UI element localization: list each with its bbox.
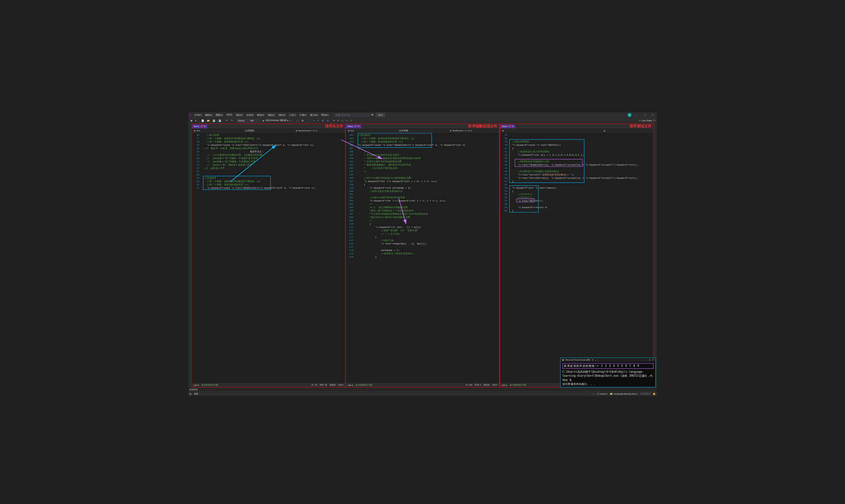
nav-global[interactable]: (全局范围): [397, 129, 448, 132]
nav-func[interactable]: ◧: [602, 129, 653, 132]
save-icon[interactable]: 💾: [212, 119, 216, 122]
open-file-icon[interactable]: 📂: [206, 119, 211, 122]
tb-icon-7[interactable]: ⊟: [326, 119, 330, 122]
undo-icon[interactable]: ↶: [225, 119, 229, 122]
console-icon: ▣: [562, 359, 564, 361]
code-content[interactable]: //希尔排序： //第一个参数：接收要排序的数组首元素地址 (a) //第二个参…: [201, 133, 345, 383]
search-input[interactable]: [334, 113, 370, 117]
error-list-tab[interactable]: 错误列表: [188, 387, 657, 391]
console-min-icon[interactable]: —: [646, 359, 648, 361]
tb-icon-5[interactable]: ≡: [317, 119, 320, 122]
tb-icon-4[interactable]: ≡: [313, 119, 316, 122]
code-editor[interactable]: 1617181920212223242526272829303132 //希尔排…: [192, 133, 345, 383]
code-content[interactable]: //冒泡排序： //第一个参数：接收要排序的数组首元素地址 (a) //第二个参…: [355, 133, 499, 383]
menu-edit[interactable]: 编辑(E): [204, 113, 214, 118]
zoom-level[interactable]: 128 %: [348, 384, 353, 386]
nav-global[interactable]: [551, 130, 602, 131]
close-tab-icon[interactable]: ✕: [204, 125, 206, 127]
tb-icon-2[interactable]: ⊞: [301, 119, 304, 122]
tb-icon-11[interactable]: □: [345, 119, 349, 122]
close-tab-icon[interactable]: ✕: [512, 125, 514, 127]
issues-indicator[interactable]: ◉ 未找到相关问题: [356, 384, 372, 386]
console-body-text: C:\Users\高高的胖子\Desktop\学习资料\码云\c-languag…: [562, 370, 654, 386]
file-tab[interactable]: Sort.h📌✕: [192, 124, 208, 128]
redo-icon[interactable]: ↷: [230, 119, 233, 122]
pin-icon[interactable]: 📌: [354, 125, 357, 127]
menu-test[interactable]: 测试(S): [266, 113, 276, 118]
code-editor[interactable]: 1831841851861871881891901911921931941951…: [346, 133, 499, 383]
new-file-icon[interactable]: 📄: [200, 119, 205, 122]
console-add-icon[interactable]: +: [595, 359, 596, 361]
file-tab[interactable]: Sort.c📌✕: [346, 124, 361, 128]
live-share-button[interactable]: Live Share: [642, 120, 652, 122]
pin-icon[interactable]: 📌: [508, 125, 511, 127]
tab-label: Sort.c: [348, 125, 353, 128]
notifications-icon[interactable]: 🔔: [653, 393, 655, 395]
admin-icon: 🛡: [653, 120, 655, 122]
tb-icon-1[interactable]: ⬚: [296, 119, 300, 122]
issues-indicator[interactable]: ◉ 未找到相关问题: [510, 384, 527, 386]
debugger-chevron-icon[interactable]: ▾: [287, 120, 288, 122]
menu-tools[interactable]: 工具(T): [287, 113, 298, 118]
console-output: 使用冒泡排序后的数组:> 1 2 3 4 5 5 6 7 8 9: [562, 363, 654, 369]
status-output-icon[interactable]: ▥: [190, 393, 191, 395]
play-icon[interactable]: ▶: [263, 120, 264, 122]
play-no-debug-icon[interactable]: ▷: [289, 119, 293, 122]
tb-icon-12[interactable]: □: [350, 119, 353, 122]
zoom-level[interactable]: 128 %: [193, 384, 199, 386]
sort-button[interactable]: Sort: [376, 113, 385, 117]
console-max-icon[interactable]: ▢: [649, 359, 651, 361]
nav-func[interactable]: ◧BubbleSort(int * a, int: [294, 129, 345, 132]
menu-git[interactable]: Git(G): [225, 113, 234, 118]
file-tab[interactable]: Test.c📌✕: [500, 124, 515, 128]
menu-window[interactable]: 窗口(W): [309, 113, 319, 118]
menu-extensions[interactable]: 扩展(X): [298, 113, 308, 118]
nav-scope[interactable]: ▣Sort: [346, 129, 397, 132]
tb-icon-8[interactable]: ≡: [332, 119, 335, 122]
nav-scope[interactable]: ▣Sort: [192, 129, 243, 132]
menu-help[interactable]: 帮助(H): [320, 113, 330, 118]
nav-global[interactable]: (全局范围): [243, 129, 294, 132]
close-tab-icon[interactable]: ✕: [358, 125, 359, 127]
platform-dropdown[interactable]: x86: [249, 119, 260, 122]
nav-back-icon[interactable]: ◉: [190, 119, 193, 122]
menu-file[interactable]: 文件(F): [193, 113, 203, 118]
tb-icon-3[interactable]: ⬚: [307, 119, 312, 122]
nav-fwd-icon[interactable]: ▸: [194, 119, 197, 122]
console-close-tab-icon[interactable]: ✕: [592, 359, 594, 361]
console-close-icon[interactable]: ✕: [652, 359, 654, 361]
tab-label: Test.c: [502, 125, 507, 128]
side-strip-left[interactable]: [188, 124, 191, 388]
menu-view[interactable]: 视图(V): [214, 113, 225, 118]
pin-icon[interactable]: 📌: [200, 125, 203, 127]
menu-project[interactable]: 项目(P): [234, 113, 244, 118]
avatar[interactable]: 培: [628, 113, 632, 117]
code-editor[interactable]: 3738394041424344454647484950515253545556…: [500, 133, 653, 383]
source-control-icon[interactable]: ↑↓: [592, 393, 594, 395]
tb-icon-9[interactable]: ≡: [337, 119, 340, 122]
debugger-label[interactable]: 本地 Windows 调试器: [265, 119, 286, 122]
menu-debug[interactable]: 调试(D): [256, 113, 266, 118]
zoom-level[interactable]: 128 %: [501, 384, 507, 386]
nav-scope[interactable]: ▣: [500, 129, 551, 132]
menu-build[interactable]: 生成(B): [245, 113, 255, 118]
close-icon[interactable]: ✕: [650, 113, 655, 117]
save-all-icon[interactable]: 💾: [217, 119, 222, 122]
console-chevron-icon[interactable]: ⌄: [597, 359, 599, 361]
code-content[interactable]: //冒泡排序测试： "c-keyword">void "c-func">BSTe…: [509, 133, 653, 383]
tab-label: Sort.h: [194, 125, 199, 128]
tb-icon-6[interactable]: ⊞: [321, 119, 324, 122]
menu-analyze[interactable]: 分析(N): [277, 113, 287, 118]
nav-func[interactable]: ◧ShellSort(int * a, int n): [448, 129, 499, 132]
side-strip-right[interactable]: [654, 124, 657, 388]
branch-name[interactable]: ⎇ master ▾: [597, 393, 608, 395]
main-area: 排序头文件Sort.h📌✕▣Sort(全局范围)◧BubbleSort(int …: [188, 124, 657, 388]
minimize-icon[interactable]: —: [634, 113, 640, 117]
maximize-icon[interactable]: ▢: [642, 113, 648, 117]
issues-indicator[interactable]: ◉ 未找到相关问题: [202, 384, 218, 386]
editor-pane-0: 排序头文件Sort.h📌✕▣Sort(全局范围)◧BubbleSort(int …: [192, 124, 346, 388]
tb-icon-10[interactable]: □: [341, 119, 344, 122]
search-icon[interactable]: 🔍: [371, 114, 374, 116]
config-dropdown[interactable]: Debug: [237, 119, 248, 122]
repo-name[interactable]: 📁 c-language-learning-diary ▾: [610, 393, 638, 395]
